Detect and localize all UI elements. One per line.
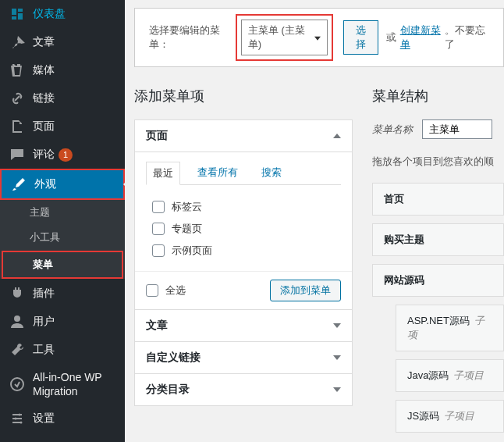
svg-point-2 <box>19 414 21 416</box>
menu-item-block[interactable]: 网站源码 <box>372 264 504 297</box>
menu-select-dropdown[interactable]: 主菜单 (主菜单) <box>241 20 328 55</box>
user-icon <box>9 314 25 330</box>
admin-sidebar: 仪表盘 文章 媒体 链接 页面 评论1 外观 主题 小工具 菜单 插件 用户 工… <box>0 0 125 442</box>
tools-icon <box>9 342 25 358</box>
select-label: 选择要编辑的菜单： <box>149 23 229 52</box>
tab-search[interactable]: 搜索 <box>255 162 288 184</box>
comment-icon <box>9 147 25 162</box>
panel-custom-links: 自定义链接 <box>134 341 353 374</box>
chevron-down-icon <box>333 355 341 360</box>
page-icon <box>9 119 25 134</box>
add-to-menu-button[interactable]: 添加到菜单 <box>270 280 341 301</box>
checkbox[interactable] <box>146 284 158 297</box>
appearance-submenu: 主题 小工具 菜单 <box>0 200 125 279</box>
page-item-0[interactable]: 标签云 <box>146 196 341 218</box>
create-menu-link[interactable]: 创建新菜单 <box>400 23 445 52</box>
sidebar-item-tools[interactable]: 工具 <box>0 336 125 364</box>
tab-view-all[interactable]: 查看所有 <box>191 162 244 184</box>
menu-name-input[interactable] <box>422 119 492 139</box>
comment-badge: 1 <box>59 148 73 162</box>
chevron-down-icon <box>333 323 341 328</box>
menu-items-container: 首页 购买主题 网站源码 ASP.NET源码子项 Java源码子项目 JS源码子… <box>372 183 504 433</box>
menu-selector-bar: 选择要编辑的菜单： 主菜单 (主菜单) 选择 或 创建新菜单 。不要忘了 <box>134 8 504 67</box>
chevron-up-icon <box>333 134 341 138</box>
sidebar-item-pages[interactable]: 页面 <box>0 112 125 141</box>
checkbox[interactable] <box>152 244 165 257</box>
sidebar-item-posts[interactable]: 文章 <box>0 28 125 56</box>
submenu-themes[interactable]: 主题 <box>0 200 125 225</box>
submenu-widgets[interactable]: 小工具 <box>0 225 125 250</box>
menu-item-block[interactable]: JS源码子项目 <box>396 400 504 433</box>
sidebar-item-users[interactable]: 用户 <box>0 308 125 336</box>
sidebar-item-media[interactable]: 媒体 <box>0 56 125 84</box>
submenu-menus[interactable]: 菜单 <box>3 252 122 277</box>
panel-categories: 分类目录 <box>134 373 353 406</box>
menu-item-block[interactable]: 购买主题 <box>372 223 504 256</box>
sidebar-item-migration[interactable]: All-in-One WP Migration <box>0 364 125 405</box>
structure-title: 菜单结构 <box>372 87 504 105</box>
structure-hint: 拖放各个项目到您喜欢的顺 <box>372 155 504 169</box>
svg-point-1 <box>11 378 23 390</box>
checkbox[interactable] <box>152 201 165 213</box>
menu-item-block[interactable]: 首页 <box>372 183 504 216</box>
sidebar-item-appearance[interactable]: 外观 <box>2 170 123 198</box>
panel-pages-header[interactable]: 页面 <box>135 120 352 152</box>
sidebar-item-settings[interactable]: 设置 <box>0 405 125 433</box>
sidebar-item-links[interactable]: 链接 <box>0 84 125 112</box>
tab-recent[interactable]: 最近 <box>146 162 180 185</box>
select-button[interactable]: 选择 <box>343 20 378 55</box>
add-items-title: 添加菜单项 <box>134 87 353 105</box>
checkbox[interactable] <box>152 223 165 235</box>
pin-icon <box>9 34 25 50</box>
page-item-1[interactable]: 专题页 <box>146 218 341 240</box>
pages-tabs: 最近 查看所有 搜索 <box>146 162 341 185</box>
main-content: 选择要编辑的菜单： 主菜单 (主菜单) 选择 或 创建新菜单 。不要忘了 添加菜… <box>125 0 504 442</box>
plugin-icon <box>9 286 25 301</box>
panel-pages: 页面 最近 查看所有 搜索 标签云 专题页 示例页面 全选 添加到菜单 <box>134 119 353 310</box>
settings-icon <box>9 411 25 426</box>
svg-point-3 <box>15 418 17 420</box>
panel-posts: 文章 <box>134 309 353 342</box>
select-all-row[interactable]: 全选 <box>146 283 186 298</box>
svg-point-4 <box>20 422 23 424</box>
active-arrow <box>123 178 130 191</box>
sidebar-item-comments[interactable]: 评论1 <box>0 141 125 169</box>
menu-item-block[interactable]: Java源码子项目 <box>396 359 504 392</box>
brush-icon <box>11 176 27 192</box>
dashboard-icon <box>9 6 25 22</box>
menu-name-label: 菜单名称 <box>372 123 413 137</box>
sidebar-item-dashboard[interactable]: 仪表盘 <box>0 0 125 28</box>
menu-item-block[interactable]: ASP.NET源码子项 <box>396 305 504 351</box>
media-icon <box>9 62 25 78</box>
sidebar-item-plugins[interactable]: 插件 <box>0 280 125 308</box>
page-item-2[interactable]: 示例页面 <box>146 240 341 262</box>
chevron-down-icon <box>333 387 341 392</box>
svg-point-0 <box>14 315 20 322</box>
migration-icon <box>9 376 25 392</box>
link-icon <box>9 91 25 106</box>
